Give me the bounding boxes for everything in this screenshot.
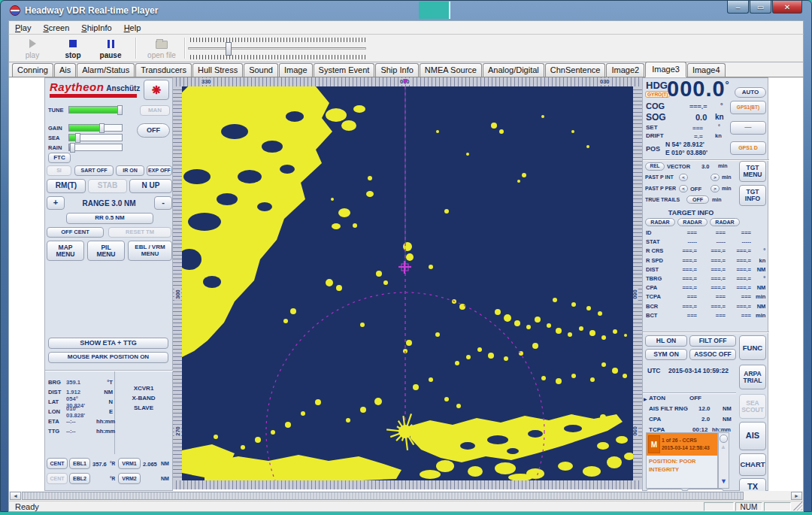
- past-pos-per-dec-button[interactable]: <: [679, 185, 688, 192]
- tab-system-event[interactable]: System Event: [314, 63, 375, 77]
- playback-slider[interactable]: [188, 38, 366, 59]
- scrollbar-thumb[interactable]: [22, 492, 744, 500]
- assoc-off-button[interactable]: ASSOC OFF: [689, 349, 736, 360]
- ebl1-cent-button[interactable]: CENT: [47, 458, 68, 469]
- cog-sog-source-button[interactable]: GPS1(BT): [730, 101, 766, 114]
- alarm-box[interactable]: M 1 of 26 - CCRS 2015-03-14 12:58:43 POS…: [646, 432, 718, 489]
- play-button[interactable]: play: [15, 37, 50, 60]
- radar3-button[interactable]: RADAR: [710, 218, 740, 226]
- tab-transducers[interactable]: Transducers: [135, 63, 192, 77]
- radar2-button[interactable]: RADAR: [677, 218, 707, 226]
- menu-item-help[interactable]: Help: [118, 22, 147, 34]
- rain-slider[interactable]: RAIN: [48, 143, 123, 152]
- func-button[interactable]: FUNC: [739, 335, 766, 360]
- menu-item-play[interactable]: Play: [9, 22, 37, 34]
- arpa-trial-button[interactable]: ARPATRIAL: [739, 365, 766, 389]
- orientation-button[interactable]: N UP: [129, 179, 172, 193]
- tab-alarm-status[interactable]: Alarm/Status: [77, 63, 135, 77]
- scroll-left-icon[interactable]: ◄: [10, 492, 21, 500]
- auto-button[interactable]: AUTO: [735, 87, 766, 98]
- range-minus-button[interactable]: -: [154, 196, 172, 210]
- past-pos-int-inc-button[interactable]: >: [710, 174, 720, 181]
- ebl2-cent-button[interactable]: CENT: [47, 473, 68, 484]
- alarm-scrollbar[interactable]: ▲ ▼: [718, 432, 729, 489]
- mouse-park-button[interactable]: MOUSE PARK POSITION ON: [48, 352, 168, 363]
- pause-button[interactable]: pause: [93, 37, 128, 60]
- scroll-up-icon[interactable]: ▲: [720, 444, 726, 450]
- set-drift-source-button[interactable]: —: [730, 121, 766, 135]
- tab-analog-digital[interactable]: Analog/Digital: [483, 63, 544, 77]
- tab-image[interactable]: Image: [279, 63, 313, 77]
- hl-on-button[interactable]: HL ON: [645, 335, 687, 347]
- motion-mode-button[interactable]: RM(T): [47, 179, 86, 193]
- past-pos-int-dec-button[interactable]: <: [679, 174, 688, 181]
- reset-tm-button[interactable]: RESET TM: [108, 227, 171, 238]
- range-rings-button[interactable]: RR 0.5 NM: [66, 213, 153, 224]
- filt-off-button[interactable]: FILT OFF: [689, 335, 736, 347]
- brand-logo-button[interactable]: ❋: [144, 80, 169, 100]
- tab-sound[interactable]: Sound: [244, 63, 278, 77]
- pos-lon: E 010° 03.880': [665, 149, 707, 156]
- tx-button[interactable]: TX: [739, 478, 766, 491]
- ebl2-button[interactable]: EBL2: [69, 473, 90, 484]
- menu-item-shipinfo[interactable]: ShipInfo: [75, 22, 117, 34]
- sea-slider[interactable]: SEA: [48, 133, 123, 142]
- menu-item-screen[interactable]: Screen: [37, 22, 75, 34]
- past-pos-per-value: OFF: [690, 186, 701, 192]
- gain-off-button[interactable]: OFF: [137, 123, 170, 138]
- past-pos-per-inc-button[interactable]: >: [710, 185, 720, 192]
- tune-slider[interactable]: TUNE: [48, 105, 123, 114]
- scroll-down-icon[interactable]: ▼: [720, 477, 727, 485]
- ebl1-button[interactable]: EBL1: [69, 458, 90, 469]
- tab-image3[interactable]: Image3: [645, 62, 686, 77]
- content-area: Raytheon Anschütz ❋ TUNEGAINSEARAIN MAN …: [8, 77, 804, 491]
- sym-on-button[interactable]: SYM ON: [645, 349, 687, 360]
- close-button[interactable]: ✕: [772, 1, 802, 14]
- show-eta-ttg-button[interactable]: SHOW ETA + TTG: [48, 338, 168, 349]
- tab-ais[interactable]: Ais: [54, 63, 76, 77]
- vrm2-button[interactable]: VRM2: [118, 473, 141, 484]
- tab-hull-stress[interactable]: Hull Stress: [192, 63, 243, 77]
- scroll-right-icon[interactable]: ►: [791, 492, 802, 500]
- off-cent-button[interactable]: OFF CENT: [47, 227, 104, 238]
- tgt-menu-button[interactable]: TGTMENU: [739, 161, 766, 182]
- pos-source-button[interactable]: GPS1 D: [730, 141, 766, 155]
- sea-scout-button[interactable]: SEASCOUT: [739, 394, 766, 419]
- tab-nmea-source[interactable]: NMEA Source: [420, 63, 482, 77]
- stop-button[interactable]: stop: [56, 37, 90, 60]
- si-button[interactable]: SI: [47, 165, 71, 176]
- tab-ship-info[interactable]: Ship Info: [375, 63, 418, 77]
- map-menu-button[interactable]: MAPMENU: [47, 241, 84, 261]
- minimize-button[interactable]: –: [727, 1, 749, 14]
- tab-conning[interactable]: Conning: [12, 63, 53, 77]
- gain-slider[interactable]: GAIN: [48, 123, 123, 132]
- tab-chnsentence[interactable]: ChnSentence: [545, 63, 606, 77]
- horizontal-scrollbar[interactable]: ◄ ►: [8, 491, 804, 501]
- ftc-button[interactable]: FTC: [48, 153, 71, 163]
- tab-image2[interactable]: Image2: [606, 63, 644, 77]
- radar-ppi[interactable]: [182, 86, 633, 480]
- open-file-button[interactable]: open file: [141, 37, 182, 60]
- slider-ticks-top: [188, 38, 366, 42]
- slider-handle[interactable]: [226, 42, 232, 56]
- chart-button[interactable]: CHART: [739, 453, 766, 476]
- radar1-button[interactable]: RADAR: [645, 218, 675, 226]
- rel-vector-button[interactable]: REL: [645, 162, 665, 171]
- sart-off-button[interactable]: SART OFF: [74, 165, 114, 176]
- maximize-button[interactable]: ▭: [750, 1, 771, 14]
- ais-button[interactable]: AIS: [739, 422, 766, 450]
- vrm1-button[interactable]: VRM1: [118, 458, 141, 469]
- ebl-vrm-menu-button[interactable]: EBL / VRMMENU: [128, 241, 172, 261]
- title-bar[interactable]: Headway VDR Real-time Player – ▭ ✕: [8, 1, 804, 20]
- resize-grip[interactable]: [793, 501, 802, 510]
- tgt-info-button[interactable]: TGTINFO: [739, 185, 766, 206]
- alarm-scroll-thumb[interactable]: [720, 435, 728, 443]
- exp-off-button[interactable]: EXP OFF: [147, 165, 172, 176]
- stab-button[interactable]: STAB: [88, 179, 127, 193]
- true-trails-button[interactable]: OFF: [686, 195, 709, 204]
- tune-man-button[interactable]: MAN: [140, 105, 170, 116]
- tab-image4[interactable]: Image4: [687, 63, 726, 77]
- pil-menu-button[interactable]: PILMENU: [87, 241, 125, 261]
- range-plus-button[interactable]: +: [47, 196, 65, 210]
- ir-on-button[interactable]: IR ON: [116, 165, 144, 176]
